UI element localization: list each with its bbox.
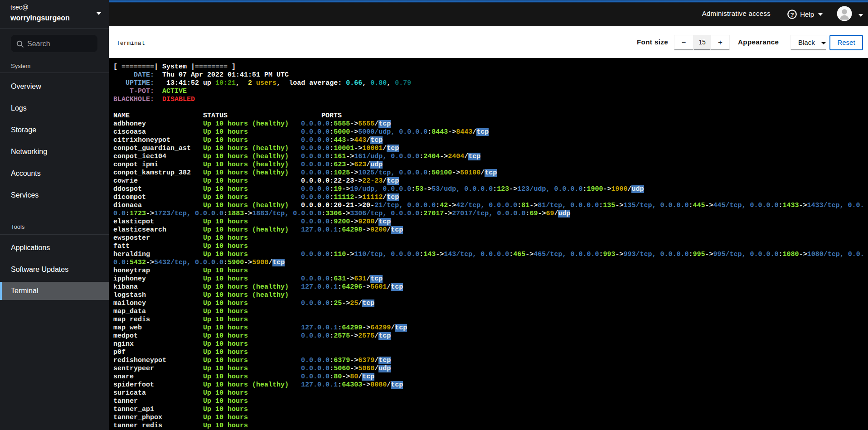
svg-text:?: ? xyxy=(790,11,794,18)
